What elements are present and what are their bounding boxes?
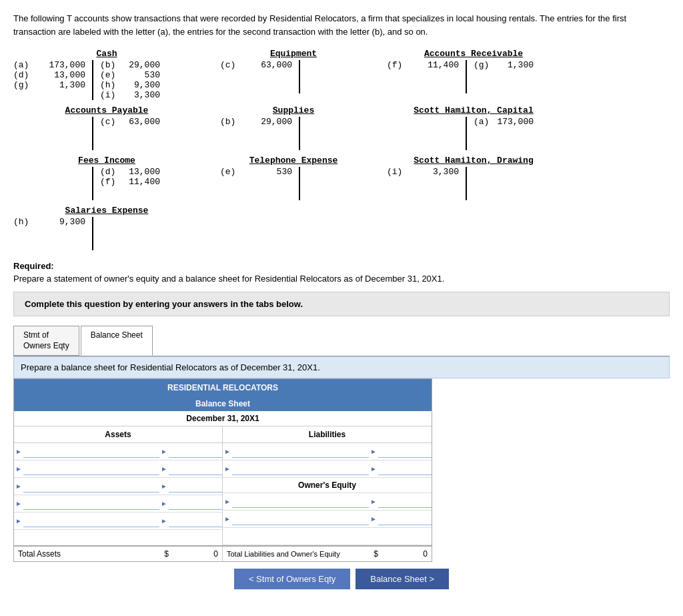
bottom-nav: < Stmt of Owners Eqty Balance Sheet >	[13, 569, 670, 589]
asset-row-1[interactable]: ► ►	[14, 443, 222, 460]
back-button[interactable]: < Stmt of Owners Eqty	[234, 569, 350, 589]
liab-amount-1[interactable]	[378, 445, 432, 458]
liability-row-2[interactable]: ► ►	[223, 460, 432, 478]
t-account-fees-income: Fees Income (d)13,000 (f)11,400	[13, 156, 200, 200]
total-le-value: 0	[381, 549, 428, 559]
asset-amount-1[interactable]	[169, 445, 222, 458]
asset-arrow-4: ►	[14, 500, 23, 507]
eq-arrow-amt-1: ►	[369, 498, 378, 505]
asset-name-1[interactable]	[23, 445, 159, 458]
bs-date: December 31, 20X1	[14, 411, 432, 426]
equity-filler	[223, 528, 432, 545]
equity-row-2[interactable]: ► ►	[223, 511, 432, 528]
asset-arrow-amt-3: ►	[159, 483, 169, 490]
intro-text: The following T accounts show transactio…	[13, 12, 654, 38]
asset-amount-2[interactable]	[169, 463, 222, 475]
bs-body: ► ► ► ► ► ► ►	[14, 443, 432, 545]
asset-row-2[interactable]: ► ►	[14, 460, 222, 478]
asset-arrow-amt-2: ►	[159, 465, 169, 473]
asset-amount-4[interactable]	[169, 497, 222, 510]
bs-liabilities-header: Liabilities	[223, 426, 432, 442]
asset-row-3[interactable]: ► ►	[14, 478, 222, 495]
t-account-drawing: Scott Hamilton, Drawing (i)3,300	[387, 156, 560, 200]
liab-name-2[interactable]	[232, 463, 369, 475]
liab-name-1[interactable]	[232, 445, 369, 458]
bs-assets-header: Assets	[14, 426, 223, 442]
prepare-line: Prepare a balance sheet for Residential …	[13, 356, 670, 378]
eq-arrow-2: ►	[223, 515, 232, 523]
bs-totals-row: Total Assets $ 0 Total Liabilities and O…	[14, 545, 432, 561]
asset-row-4[interactable]: ► ►	[14, 495, 222, 513]
eq-arrow-amt-2: ►	[369, 515, 378, 523]
t-account-cash: Cash (a)173,000 (d)13,000 (g)1,300 (b)29…	[13, 49, 200, 100]
t-account-supplies: Supplies (b)29,000	[220, 105, 367, 150]
asset-row-5[interactable]: ► ►	[14, 513, 222, 530]
balance-sheet-table: RESIDENTIAL RELOCATORS Balance Sheet Dec…	[13, 378, 432, 562]
equity-amount-1[interactable]	[378, 495, 432, 508]
required-section: Required: Prepare a statement of owner's…	[13, 261, 670, 284]
total-le-label: Total Liabilities and Owner's Equity	[227, 550, 371, 558]
required-label: Required:	[13, 261, 670, 271]
t-account-salaries: Salaries Expense (h)9,300	[13, 206, 200, 250]
liab-arrow-2: ►	[223, 465, 232, 473]
t-account-telephone: Telephone Expense (e)530	[220, 156, 367, 200]
t-account-capital: Scott Hamilton, Capital (a)173,000	[387, 105, 560, 150]
t-account-ar: Accounts Receivable (f)11,400 (g)1,300	[387, 49, 560, 100]
bs-liabilities-col: ► ► ► ► Owner's Equity ► ►	[223, 443, 432, 545]
liab-arrow-1: ►	[223, 448, 232, 455]
equity-row-1[interactable]: ► ►	[223, 493, 432, 511]
t-account-ap: Accounts Payable (c)63,000	[13, 105, 200, 150]
total-le-dollar: $	[371, 549, 381, 559]
tab-balance-sheet[interactable]: Balance Sheet	[81, 326, 153, 356]
tabs-row: Stmt of Owners Eqty Balance Sheet	[13, 326, 670, 356]
total-assets-dollar: $	[161, 549, 171, 559]
equity-amount-2[interactable]	[378, 513, 432, 525]
asset-arrow-amt-1: ►	[159, 448, 169, 455]
liab-arrow-amt-2: ►	[369, 465, 378, 473]
total-assets-label: Total Assets	[18, 549, 161, 559]
asset-name-3[interactable]	[23, 480, 159, 493]
total-assets-value: 0	[171, 549, 218, 559]
bs-company-name: RESIDENTIAL RELOCATORS	[14, 379, 432, 396]
asset-name-2[interactable]	[23, 463, 159, 475]
t-accounts-section: Cash (a)173,000 (d)13,000 (g)1,300 (b)29…	[13, 49, 670, 250]
equity-name-1[interactable]	[232, 495, 369, 508]
bs-assets-col: ► ► ► ► ► ► ►	[14, 443, 223, 545]
complete-box: Complete this question by entering your …	[13, 292, 670, 316]
required-text: Prepare a statement of owner's equity an…	[13, 274, 670, 284]
bs-col-headers: Assets Liabilities	[14, 426, 432, 443]
asset-amount-3[interactable]	[169, 480, 222, 493]
total-assets-row: Total Assets $ 0	[14, 546, 223, 561]
liab-arrow-amt-1: ►	[369, 448, 378, 455]
t-account-equipment: Equipment (c)63,000	[220, 49, 367, 100]
asset-arrow-amt-5: ►	[159, 517, 169, 525]
asset-name-5[interactable]	[23, 515, 159, 527]
asset-arrow-1: ►	[14, 448, 23, 455]
equity-name-2[interactable]	[232, 513, 369, 525]
liability-row-1[interactable]: ► ►	[223, 443, 432, 460]
total-le-row: Total Liabilities and Owner's Equity $ 0	[223, 546, 432, 561]
forward-button[interactable]: Balance Sheet >	[356, 569, 449, 589]
asset-arrow-5: ►	[14, 517, 23, 525]
asset-amount-5[interactable]	[169, 515, 222, 527]
asset-arrow-3: ►	[14, 483, 23, 490]
asset-arrow-amt-4: ►	[159, 500, 169, 507]
asset-name-4[interactable]	[23, 497, 159, 510]
eq-arrow-1: ►	[223, 498, 232, 505]
liab-amount-2[interactable]	[378, 463, 432, 475]
asset-arrow-2: ►	[14, 465, 23, 473]
bs-title: Balance Sheet	[14, 396, 432, 411]
owners-equity-label: Owner's Equity	[223, 478, 432, 493]
tab-stmt-owners-eqty[interactable]: Stmt of Owners Eqty	[13, 326, 79, 356]
